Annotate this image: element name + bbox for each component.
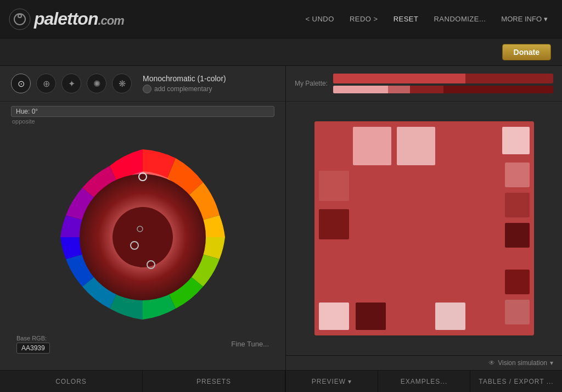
- swatch-tr1[interactable]: [502, 127, 530, 154]
- svg-point-3: [19, 15, 21, 17]
- color-grid: [314, 121, 534, 335]
- redo-button[interactable]: REDO >: [344, 12, 384, 26]
- swatch-br2[interactable]: [505, 300, 530, 324]
- logo-name: paletton.com: [34, 9, 124, 29]
- vision-sim-row: 👁 Vision simulation ▾: [286, 355, 562, 370]
- reset-button[interactable]: RESET: [388, 12, 424, 26]
- palette-bar-primary: [333, 74, 553, 83]
- swatch-left2[interactable]: [319, 209, 349, 239]
- donate-bar: Donate: [0, 38, 562, 66]
- color-grid-area: [286, 102, 562, 355]
- fine-tune-button[interactable]: Fine Tune...: [231, 340, 269, 348]
- chevron-down-icon: ▾: [348, 378, 352, 385]
- scheme-free-icon[interactable]: ❋: [112, 74, 132, 93]
- nav-buttons: < UNDO REDO > RESET RANDOMIZE... MORE IN…: [300, 12, 553, 26]
- more-info-button[interactable]: MORE INFO ▾: [496, 12, 553, 26]
- palette-row: My Palette:: [286, 66, 562, 102]
- svg-point-0: [9, 9, 30, 30]
- palette-swatch-light: [333, 86, 388, 93]
- randomize-button[interactable]: RANDOMIZE...: [428, 12, 491, 26]
- palette-swatch-mid: [388, 86, 410, 93]
- color-wheel[interactable]: [49, 144, 236, 331]
- toggle-icon: [143, 85, 151, 93]
- left-panel: ⊙ ⊕ ✦ ✺ ❋ Monochromatic (1-color) add co…: [0, 66, 285, 392]
- chevron-down-icon: ▾: [550, 359, 553, 367]
- add-complementary[interactable]: add complementary: [143, 85, 274, 93]
- swatch-right3[interactable]: [505, 223, 530, 248]
- svg-point-5: [113, 207, 173, 267]
- logo: paletton.com: [9, 8, 300, 30]
- palette-swatch-dark: [443, 86, 553, 93]
- hue-row: Hue: 0° opposite: [0, 102, 285, 127]
- swatch-bl1[interactable]: [319, 303, 349, 330]
- base-rgb-label: Base RGB:: [16, 335, 50, 341]
- right-bottom: 👁 Vision simulation ▾ PREVIEW ▾ EXAMPLES…: [286, 355, 562, 392]
- palette-bar-secondary: [333, 86, 553, 93]
- palette-bars: [333, 74, 553, 93]
- tab-preview[interactable]: PREVIEW ▾: [286, 371, 378, 392]
- vision-simulation-button[interactable]: 👁 Vision simulation ▾: [488, 359, 553, 367]
- wheel-area: Base RGB: AA3939 Fine Tune...: [0, 127, 285, 370]
- scheme-label: Monochromatic (1-color) add complementar…: [143, 74, 274, 93]
- palette-swatch-dark-mid: [410, 86, 443, 93]
- scheme-triad-icon[interactable]: ✦: [61, 74, 81, 93]
- hue-badge: Hue: 0°: [11, 106, 274, 117]
- swatch-tl2[interactable]: [397, 127, 435, 165]
- header: paletton.com < UNDO REDO > RESET RANDOMI…: [0, 0, 562, 38]
- opposite-label: opposite: [11, 118, 274, 125]
- tab-colors[interactable]: COLORS: [0, 371, 143, 392]
- tab-tables-export[interactable]: TABLES / EXPORT ...: [470, 371, 562, 392]
- chevron-down-icon: ▾: [544, 15, 548, 23]
- palette-label: My Palette:: [295, 80, 328, 87]
- scheme-tetrad-icon[interactable]: ✺: [87, 74, 106, 93]
- scheme-row: ⊙ ⊕ ✦ ✺ ❋ Monochromatic (1-color) add co…: [0, 66, 285, 102]
- swatch-left1[interactable]: [319, 171, 349, 201]
- tab-presets[interactable]: PRESETS: [143, 371, 285, 392]
- left-bottom-tabs: COLORS PRESETS: [0, 370, 285, 392]
- undo-button[interactable]: < UNDO: [300, 12, 339, 26]
- main: ⊙ ⊕ ✦ ✺ ❋ Monochromatic (1-color) add co…: [0, 66, 562, 392]
- eye-icon: 👁: [488, 359, 495, 367]
- wheel-bottom: Base RGB: AA3939 Fine Tune...: [5, 335, 280, 354]
- base-rgb-group: Base RGB: AA3939: [16, 335, 50, 354]
- swatch-bl2[interactable]: [356, 303, 386, 330]
- right-panel: My Palette:: [285, 66, 562, 392]
- donate-button[interactable]: Donate: [502, 44, 551, 60]
- logo-icon: [9, 8, 31, 30]
- swatch-right2[interactable]: [505, 193, 530, 217]
- scheme-name: Monochromatic (1-color): [143, 74, 274, 83]
- right-bottom-tabs: PREVIEW ▾ EXAMPLES... TABLES / EXPORT ..…: [286, 370, 562, 392]
- scheme-mono-icon[interactable]: ⊙: [11, 74, 31, 93]
- swatch-bl3[interactable]: [435, 303, 465, 330]
- swatch-right1[interactable]: [505, 163, 530, 187]
- scheme-adjacent-icon[interactable]: ⊕: [36, 74, 56, 93]
- tab-examples[interactable]: EXAMPLES...: [378, 371, 470, 392]
- swatch-tl1[interactable]: [353, 127, 391, 165]
- swatch-br1[interactable]: [505, 270, 530, 294]
- base-rgb-value[interactable]: AA3939: [16, 343, 50, 354]
